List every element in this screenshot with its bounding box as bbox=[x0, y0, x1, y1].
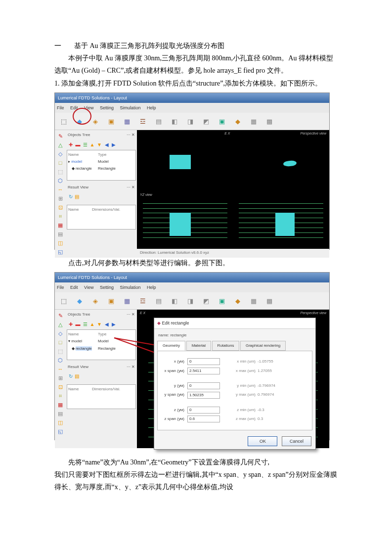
rail-tool-icon[interactable]: ⬡ bbox=[56, 357, 64, 365]
rail-tool-icon[interactable]: ⬡ bbox=[56, 177, 64, 185]
toolbar-button[interactable]: ▩ bbox=[262, 114, 277, 128]
expand-icon[interactable]: ✚ bbox=[68, 140, 74, 146]
toolbar-button[interactable]: ☲ bbox=[135, 294, 150, 308]
chart-icon[interactable]: ▤ bbox=[74, 192, 80, 198]
objects-tree[interactable]: NameType ▾ modelModel ◆ rectangleRectang… bbox=[67, 329, 136, 360]
panel-close-icon[interactable]: ⋯ ✕ bbox=[127, 311, 135, 318]
toolbar-button[interactable]: ▦ bbox=[246, 294, 261, 308]
right-icon[interactable]: ▶ bbox=[111, 140, 117, 146]
toolbar-button[interactable]: ▤ bbox=[151, 294, 166, 308]
left-icon[interactable]: ◀ bbox=[104, 320, 110, 326]
tree-icon[interactable]: ☰ bbox=[82, 140, 88, 146]
toolbar-button[interactable]: ▣ bbox=[215, 114, 229, 128]
rail-tool-icon[interactable]: ⊞ bbox=[56, 195, 64, 203]
toolbar-button[interactable]: ▣ bbox=[104, 294, 119, 308]
rail-tool-icon[interactable]: ⬚ bbox=[56, 348, 64, 356]
menu-setting[interactable]: Setting bbox=[100, 105, 114, 110]
menu-help[interactable]: Help bbox=[147, 105, 156, 110]
rail-tool-icon[interactable]: ◇ bbox=[56, 150, 64, 158]
rail-tool-icon[interactable]: ◫ bbox=[56, 239, 64, 247]
toolbar-button[interactable]: ⬚ bbox=[56, 294, 71, 308]
tab-material[interactable]: Material bbox=[186, 341, 211, 351]
result-close-icon[interactable]: ⋯ ✕ bbox=[127, 184, 135, 191]
geometry-input[interactable]: 1.50235 bbox=[187, 392, 220, 399]
collapse-icon[interactable]: ▬ bbox=[75, 320, 81, 326]
toolbar-button[interactable]: ▤ bbox=[151, 114, 166, 128]
toolbar-button[interactable]: ▩ bbox=[262, 294, 277, 308]
rail-tool-icon[interactable]: ⌗ bbox=[56, 213, 64, 221]
rail-tool-icon[interactable]: ⬚ bbox=[56, 168, 64, 176]
result-view[interactable]: NameDimensions/Val. bbox=[67, 384, 136, 409]
toolbar-button[interactable]: ▦ bbox=[246, 114, 261, 128]
tree-item-rectangle[interactable]: rectangle bbox=[76, 166, 92, 171]
toolbar-button[interactable]: ◆ bbox=[230, 294, 245, 308]
objects-tree[interactable]: NameType ▸ modelModel ◆ rectangleRectang… bbox=[67, 150, 136, 181]
ok-button[interactable]: OK bbox=[248, 436, 277, 446]
menu-file[interactable]: File bbox=[57, 105, 64, 110]
viewport-xy[interactable]: E X bbox=[137, 130, 234, 192]
toolbar-button[interactable]: ◆ bbox=[72, 294, 87, 308]
down-icon[interactable]: ▼ bbox=[96, 320, 102, 326]
rail-tool-icon[interactable]: ◱ bbox=[56, 428, 64, 436]
rail-tool-icon[interactable]: △ bbox=[56, 321, 64, 329]
menu-setting[interactable]: Setting bbox=[100, 285, 114, 290]
rail-tool-icon[interactable]: ◱ bbox=[56, 248, 64, 256]
toolbar-button[interactable]: ◆ bbox=[230, 114, 245, 128]
up-icon[interactable]: ▲ bbox=[89, 320, 95, 326]
geometry-input[interactable]: 0 bbox=[187, 382, 220, 389]
result-view[interactable]: NameDimensions/Val. bbox=[67, 205, 136, 230]
toolbar-button[interactable]: ▦ bbox=[120, 114, 134, 128]
rail-tool-icon[interactable]: △ bbox=[56, 141, 64, 149]
result-close-icon[interactable]: ⋯ ✕ bbox=[127, 364, 135, 370]
tree-icon[interactable]: ☰ bbox=[82, 320, 88, 326]
rail-tool-icon[interactable]: ▦ bbox=[56, 401, 64, 409]
toolbar-button[interactable]: ▣ bbox=[104, 114, 119, 128]
menu-help[interactable]: Help bbox=[147, 285, 156, 290]
geometry-input[interactable]: 0 bbox=[187, 407, 220, 414]
rail-tool-icon[interactable]: ✎ bbox=[56, 312, 64, 320]
menu-file[interactable]: File bbox=[57, 285, 64, 290]
rail-tool-icon[interactable]: ◇ bbox=[56, 330, 64, 338]
geometry-input[interactable]: 0.6 bbox=[187, 416, 220, 422]
chart-icon[interactable]: ▤ bbox=[74, 372, 80, 378]
tab-geometry[interactable]: Geometry bbox=[157, 341, 185, 351]
geometry-input[interactable]: 0 bbox=[187, 358, 220, 365]
right-icon[interactable]: ▶ bbox=[111, 320, 117, 326]
viewport-yz[interactable] bbox=[233, 191, 330, 250]
rail-tool-icon[interactable]: ⌗ bbox=[56, 392, 64, 400]
tab-rendering[interactable]: Graphical rendering bbox=[240, 341, 286, 351]
toolbar-button[interactable]: ◧ bbox=[167, 294, 182, 308]
rail-tool-icon[interactable]: ⊡ bbox=[56, 204, 64, 212]
toolbar-button[interactable]: ◩ bbox=[199, 294, 214, 308]
rail-tool-icon[interactable]: ✎ bbox=[56, 133, 64, 140]
rail-tool-icon[interactable]: □ bbox=[56, 159, 64, 167]
rail-tool-icon[interactable]: ⊞ bbox=[56, 374, 64, 382]
toolbar-button[interactable]: ▦ bbox=[120, 294, 134, 308]
rail-tool-icon[interactable]: ▤ bbox=[56, 410, 64, 418]
tree-item-model[interactable]: model bbox=[71, 159, 82, 164]
viewport-xz[interactable]: YZ view bbox=[137, 191, 234, 250]
rail-tool-icon[interactable]: ▤ bbox=[56, 231, 64, 238]
rail-tool-icon[interactable]: ⊡ bbox=[56, 383, 64, 391]
toolbar-button[interactable]: ▣ bbox=[215, 294, 229, 308]
refresh-icon[interactable]: ↻ bbox=[68, 192, 74, 198]
expand-icon[interactable]: ✚ bbox=[68, 320, 74, 326]
up-icon[interactable]: ▲ bbox=[89, 140, 95, 146]
toolbar-button[interactable]: ◨ bbox=[183, 294, 198, 308]
panel-close-icon[interactable]: ⋯ ✕ bbox=[127, 132, 135, 139]
geometry-input[interactable]: 2.5411 bbox=[187, 368, 220, 374]
toolbar-button[interactable]: ◈ bbox=[88, 294, 103, 308]
menu-simulation[interactable]: Simulation bbox=[120, 285, 140, 290]
toolbar-button[interactable]: ◨ bbox=[183, 114, 198, 128]
down-icon[interactable]: ▼ bbox=[96, 140, 102, 146]
rail-tool-icon[interactable]: ↔ bbox=[56, 186, 64, 194]
toolbar-button[interactable]: ⬚ bbox=[56, 114, 71, 128]
collapse-icon[interactable]: ▬ bbox=[75, 140, 81, 146]
refresh-icon[interactable]: ↻ bbox=[68, 372, 74, 378]
cancel-button[interactable]: Cancel bbox=[282, 436, 311, 446]
left-icon[interactable]: ◀ bbox=[104, 140, 110, 146]
viewport-perspective[interactable]: Perspective view bbox=[233, 130, 330, 192]
tab-rotations[interactable]: Rotations bbox=[212, 341, 240, 351]
rail-tool-icon[interactable]: □ bbox=[56, 339, 64, 347]
tree-item-rectangle[interactable]: rectangle bbox=[76, 346, 92, 351]
